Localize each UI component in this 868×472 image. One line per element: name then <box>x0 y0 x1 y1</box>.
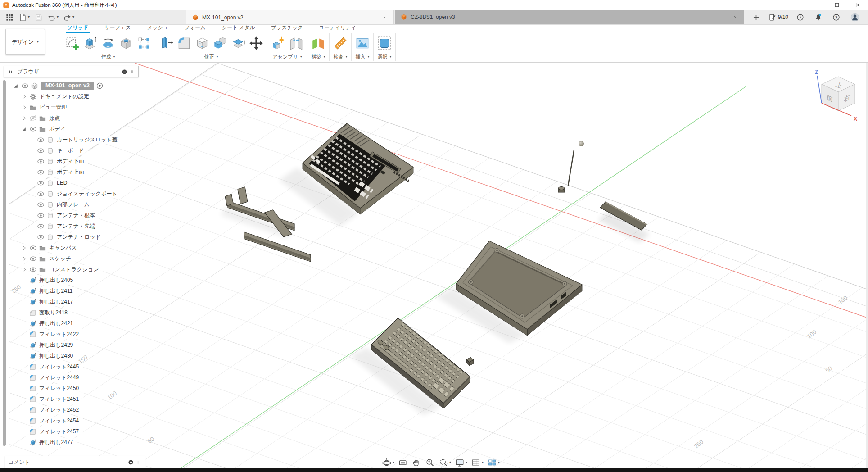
browser-row[interactable]: 押し出し2429 <box>4 340 139 350</box>
chevron-down-icon[interactable]: ▾ <box>466 461 467 464</box>
extension-manager-button[interactable] <box>794 12 806 23</box>
browser-row[interactable]: ジョイスティックポート <box>4 188 139 199</box>
pan-tool-button[interactable] <box>411 457 422 468</box>
workspace-selector[interactable]: デザイン ▾ <box>5 29 45 55</box>
browser-row[interactable]: キーボード <box>4 145 139 156</box>
minimize-button[interactable] <box>806 0 827 10</box>
notifications-button[interactable] <box>812 12 824 23</box>
browser-row[interactable]: スケッチ <box>4 253 139 264</box>
browser-row[interactable]: 原点 <box>4 113 139 123</box>
save-button[interactable] <box>32 12 45 23</box>
browser-row[interactable]: フィレット2457 <box>4 426 139 437</box>
view-cube[interactable]: 上 前 右 Z X <box>815 69 857 122</box>
ribbon-group-label[interactable]: 修正▾ <box>204 53 218 60</box>
grid-tool-button[interactable]: ▾ <box>470 457 484 468</box>
browser-row[interactable]: アンテナ・ロッド <box>4 231 139 242</box>
browser-row[interactable]: フィレット2452 <box>4 404 139 415</box>
job-status[interactable]: 9/10 <box>768 13 788 22</box>
ribbon-group-label[interactable]: アセンブリ▾ <box>272 53 302 60</box>
browser-row[interactable]: MX-101_open v2 <box>4 80 139 91</box>
browser-row[interactable]: フィレット2449 <box>4 372 139 383</box>
browser-row[interactable]: ドキュメントの設定 <box>4 91 139 102</box>
browser-row[interactable]: 押し出し2405 <box>4 275 139 286</box>
model-antenna-tip[interactable] <box>579 141 584 146</box>
lookat-tool-button[interactable] <box>397 457 409 468</box>
ribbon-group-label[interactable]: 挿入▾ <box>355 53 369 60</box>
browser-header[interactable]: ブラウザ <box>4 66 139 77</box>
browser-row[interactable]: ビュー管理 <box>4 102 139 113</box>
ribbon-tab[interactable]: シート メタル <box>221 24 257 33</box>
browser-row[interactable]: ボディ下面 <box>4 156 139 167</box>
panel-handle-icon[interactable] <box>129 68 135 75</box>
add-comment-icon[interactable] <box>127 459 134 466</box>
ribbon-group-label[interactable]: 検査▾ <box>333 53 347 60</box>
extrude-button[interactable] <box>81 34 99 52</box>
select-button[interactable] <box>376 34 393 52</box>
presspull-button[interactable] <box>158 34 175 52</box>
browser-row[interactable]: フィレット2445 <box>4 361 139 372</box>
browser-row[interactable]: 押し出し2477 <box>4 437 139 448</box>
browser-scrollbar[interactable] <box>3 80 6 446</box>
browser-row[interactable]: 面取り2418 <box>4 307 139 318</box>
ribbon-group-label[interactable]: 選択▾ <box>377 53 391 60</box>
user-avatar[interactable] <box>848 11 862 23</box>
document-tab[interactable]: CZ-8BS1_open v3 <box>395 10 744 24</box>
new-tab-button[interactable] <box>750 12 762 23</box>
ribbon-tab[interactable]: ユーティリティ <box>318 24 357 33</box>
ribbon-tab[interactable]: サーフェス <box>103 24 132 33</box>
panel-minus-icon[interactable] <box>121 68 128 75</box>
panel-handle-icon[interactable] <box>136 459 141 466</box>
app-launcher-button[interactable] <box>4 12 16 23</box>
ribbon-tab[interactable]: メッシュ <box>146 24 170 33</box>
browser-row[interactable]: 押し出し2411 <box>4 286 139 296</box>
close-tab-icon[interactable] <box>382 14 388 21</box>
browser-row[interactable]: フィレット2451 <box>4 394 139 404</box>
chevron-down-icon[interactable]: ▾ <box>482 461 484 464</box>
combine-button[interactable] <box>212 34 229 52</box>
planes-button[interactable] <box>310 34 327 52</box>
model-antenna-base[interactable] <box>558 187 565 193</box>
fillet-button[interactable] <box>176 34 193 52</box>
collapse-panel-icon[interactable] <box>7 68 14 75</box>
browser-row[interactable]: アンテナ・先端 <box>4 221 139 231</box>
file-menu-button[interactable]: ▾ <box>17 12 32 23</box>
hole-button[interactable] <box>118 34 135 52</box>
shell-button[interactable] <box>194 34 211 52</box>
zoom-tool-button[interactable] <box>424 457 436 468</box>
ribbon-tab[interactable]: ソリッド <box>66 24 90 33</box>
browser-row[interactable]: フィレット2422 <box>4 329 139 340</box>
undo-button[interactable]: ▾ <box>45 12 60 23</box>
close-tab-icon[interactable] <box>732 14 738 20</box>
browser-row[interactable]: コンストラクション <box>4 264 139 275</box>
browser-row[interactable]: フィレット2454 <box>4 415 139 426</box>
joint-button[interactable] <box>288 34 305 52</box>
close-window-button[interactable] <box>847 0 868 10</box>
model-led-holder[interactable] <box>466 357 474 366</box>
browser-row[interactable]: キャンバス <box>4 242 139 253</box>
browser-row[interactable]: フィレット2450 <box>4 383 139 394</box>
ribbon-tab[interactable]: プラスチック <box>270 24 304 33</box>
browser-row[interactable]: アンテナ・根本 <box>4 210 139 221</box>
views-tool-button[interactable]: ▾ <box>486 457 501 468</box>
offset-button[interactable] <box>230 34 247 52</box>
browser-row[interactable]: 押し出し2421 <box>4 318 139 329</box>
revolve-button[interactable] <box>99 34 117 52</box>
move-button[interactable] <box>248 34 265 52</box>
help-button[interactable] <box>830 12 842 23</box>
browser-row[interactable]: LED <box>4 177 139 188</box>
model-antenna-rod[interactable] <box>568 150 574 185</box>
chevron-down-icon[interactable]: ▾ <box>449 461 451 464</box>
browser-row[interactable]: カートリッジスロット蓋 <box>4 134 139 145</box>
display-tool-button[interactable]: ▾ <box>454 457 468 468</box>
ribbon-group-label[interactable]: 構築▾ <box>311 53 325 60</box>
maximize-button[interactable] <box>827 0 847 10</box>
browser-row[interactable]: 押し出し2417 <box>4 296 139 307</box>
pattern-button[interactable] <box>136 34 153 52</box>
image-button[interactable] <box>354 34 371 52</box>
ribbon-group-label[interactable]: 作成▾ <box>101 53 115 60</box>
browser-row[interactable]: ボディ <box>4 123 139 134</box>
newcomp-button[interactable] <box>270 34 287 52</box>
measure-button[interactable] <box>332 34 349 52</box>
orbit-tool-button[interactable]: ▾ <box>381 457 395 468</box>
ribbon-tab[interactable]: フォーム <box>183 24 207 33</box>
